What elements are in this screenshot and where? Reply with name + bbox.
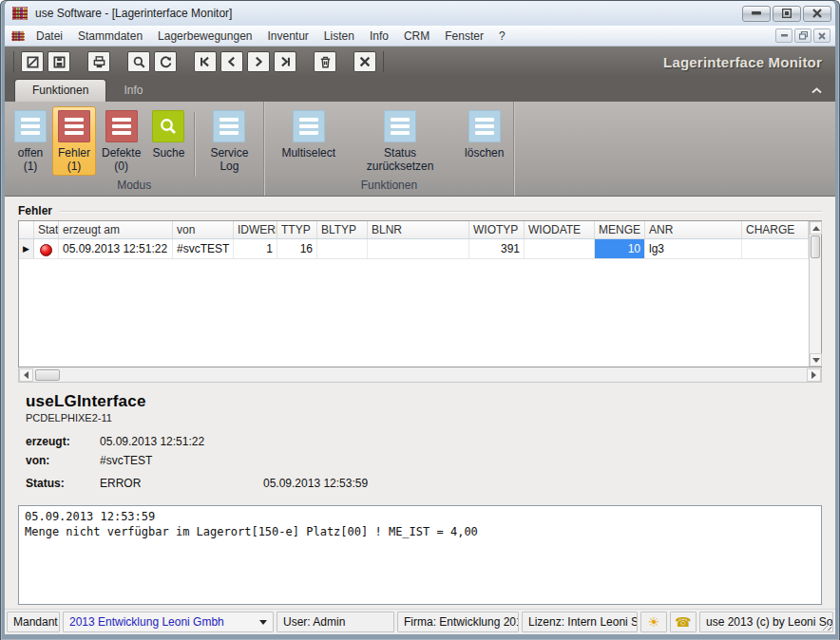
menu-datei[interactable]: Datei (29, 27, 70, 46)
header-menge[interactable]: MENGE (595, 221, 645, 238)
statusbar-user: User: Admin (277, 612, 394, 632)
ribbon: offen (1) Fehler (1) Defekte (0) (5, 102, 835, 197)
search-icon[interactable] (127, 51, 150, 72)
loeschen-button[interactable]: löschen (459, 106, 509, 162)
header-charge[interactable]: CHARGE (742, 221, 809, 238)
mdi-restore-button[interactable] (794, 28, 811, 43)
header-erzeugt-am[interactable]: erzeugt am (59, 221, 173, 238)
scroll-right-icon[interactable] (807, 368, 821, 382)
erzeugt-label: erzeugt: (26, 435, 100, 448)
last-record-icon[interactable] (274, 51, 296, 72)
table-row[interactable]: ▶ 05.09.2013 12:51:22 #svcTEST 1 16 391 … (19, 239, 809, 259)
menu-help[interactable]: ? (491, 27, 513, 46)
main-toolbar: Lagerinterface Monitor (5, 47, 835, 77)
refresh-icon[interactable] (154, 51, 177, 72)
first-record-icon[interactable] (194, 51, 217, 72)
module-title: Lagerinterface Monitor (663, 54, 830, 70)
menu-crm[interactable]: CRM (396, 27, 437, 46)
fehler-button[interactable]: Fehler (1) (52, 106, 96, 176)
error-message-textarea[interactable]: 05.09.2013 12:53:59 Menge nicht verfügba… (18, 505, 822, 605)
header-blnr[interactable]: BLNR (368, 221, 469, 238)
hscroll-thumb[interactable] (35, 369, 60, 381)
maximize-button[interactable] (773, 6, 801, 22)
grid-vertical-scrollbar[interactable] (809, 221, 821, 367)
status-zuruecksetzen-button[interactable]: Status zurücksetzen (351, 106, 449, 176)
header-bltyp[interactable]: BLTYP (317, 221, 368, 238)
delete-icon[interactable] (314, 51, 336, 72)
menu-listen[interactable]: Listen (316, 27, 362, 46)
menu-bar: Datei Stammdaten Lagerbewegungen Inventu… (5, 26, 835, 47)
app-logo-icon (12, 7, 28, 20)
copyright-text: use 2013 (c) by Leoni Softwar (706, 615, 833, 629)
error-status-icon (40, 244, 52, 256)
minimize-button[interactable] (742, 6, 771, 22)
header-ttyp[interactable]: TTYP (277, 221, 317, 238)
cell-bltyp[interactable] (317, 239, 368, 258)
offen-button[interactable]: offen (1) (9, 106, 52, 176)
service-log-button[interactable]: Service Log (199, 106, 259, 176)
mandant-combobox[interactable]: 2013 Entwicklung Leoni Gmbh (63, 612, 274, 632)
chevron-up-icon[interactable] (811, 85, 822, 96)
von-label: von: (26, 454, 100, 467)
cell-ttyp[interactable]: 16 (277, 239, 317, 258)
mandant-value: 2013 Entwicklung Leoni Gmbh (69, 615, 224, 629)
app-window: use Software - [Lagerinterface Monitor] … (0, 0, 840, 640)
menu-lagerbewegungen[interactable]: Lagerbewegungen (150, 27, 259, 46)
header-anr[interactable]: ANR (645, 221, 742, 238)
offen-label: offen (18, 146, 43, 160)
scroll-down-icon[interactable] (810, 353, 822, 367)
window-title: use Software - [Lagerinterface Monitor] (33, 7, 742, 20)
cell-blnr[interactable] (368, 239, 469, 258)
cell-idwerk[interactable]: 1 (234, 239, 277, 258)
grid-horizontal-scrollbar[interactable] (18, 367, 822, 383)
vscroll-thumb[interactable] (811, 235, 820, 258)
content-area: Fehler Status erzeugt am von IDWERK TTYP… (5, 197, 835, 609)
close-icon[interactable] (353, 51, 376, 72)
close-button[interactable] (803, 6, 831, 22)
groupbox-line (60, 211, 822, 212)
cell-von[interactable]: #svcTEST (173, 239, 234, 258)
menu-info[interactable]: Info (362, 27, 396, 46)
suche-button[interactable]: Suche (146, 106, 190, 162)
scroll-left-icon[interactable] (19, 368, 33, 382)
row-selector-cell[interactable]: ▶ (19, 239, 34, 258)
phone-icon[interactable]: ☎ (670, 612, 697, 632)
save-icon[interactable] (48, 51, 70, 72)
cell-charge[interactable] (742, 239, 809, 258)
ribbon-group-modus: offen (1) Fehler (1) Defekte (0) (5, 102, 264, 196)
cell-menge-selected[interactable]: 10 (595, 239, 645, 258)
cell-anr[interactable]: lg3 (645, 239, 742, 258)
ribbon-empty-area (514, 102, 835, 196)
vscroll-track[interactable] (810, 259, 821, 353)
mdi-close-button[interactable] (813, 28, 830, 43)
connection-sun-icon[interactable]: ☀ (640, 612, 667, 632)
header-von[interactable]: von (173, 221, 234, 238)
cell-erzeugt-am[interactable]: 05.09.2013 12:51:22 (59, 239, 173, 258)
menu-inventur[interactable]: Inventur (259, 27, 315, 46)
cell-status[interactable] (34, 239, 59, 258)
scroll-up-icon[interactable] (810, 221, 822, 235)
list-icon (293, 110, 325, 142)
new-icon[interactable] (21, 51, 44, 72)
multiselect-button[interactable]: Multiselect (276, 106, 341, 162)
menu-fenster[interactable]: Fenster (437, 27, 491, 46)
header-wiodate[interactable]: WIODATE (525, 221, 595, 238)
previous-record-icon[interactable] (220, 51, 243, 72)
next-record-icon[interactable] (247, 51, 270, 72)
tab-info[interactable]: Info (106, 80, 160, 102)
header-status[interactable]: Status (34, 221, 59, 238)
mdi-minimize-button[interactable] (775, 28, 792, 43)
status-zuruecksetzen-label: Status zurücksetzen (356, 146, 444, 173)
defekte-button[interactable]: Defekte (0) (96, 106, 146, 176)
group-label-modus: Modus (5, 177, 263, 196)
menu-stammdaten[interactable]: Stammdaten (70, 27, 150, 46)
header-idwerk[interactable]: IDWERK (234, 221, 277, 238)
detail-title: useLGInterface (26, 392, 814, 411)
cell-wiodate[interactable] (525, 239, 595, 258)
tab-funktionen[interactable]: Funktionen (14, 79, 106, 102)
list-icon (384, 110, 416, 142)
cell-wiotyp[interactable]: 391 (469, 239, 525, 258)
print-icon[interactable] (87, 51, 110, 72)
header-wiotyp[interactable]: WIOTYP (469, 221, 525, 238)
status-bar: Mandant 2013 Entwicklung Leoni Gmbh User… (5, 609, 835, 634)
